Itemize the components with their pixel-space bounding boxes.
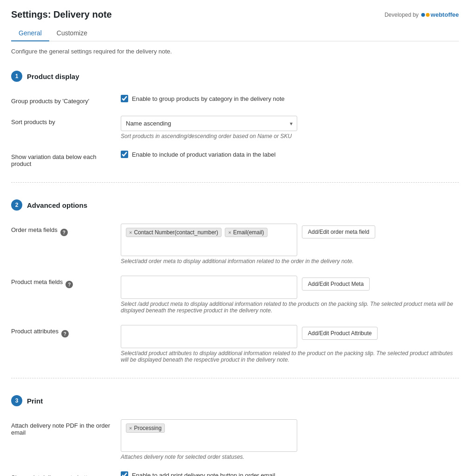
field-content-sort-products: Name ascending Name descending SKU ascen… bbox=[121, 116, 459, 139]
product-attributes-hint: Select/add product attributes to display… bbox=[121, 350, 459, 363]
section-1-header: 1 Product display bbox=[11, 63, 459, 82]
field-label-group-products: Group products by 'Category' bbox=[11, 95, 113, 105]
select-wrapper-sort: Name ascending Name descending SKU ascen… bbox=[121, 116, 297, 131]
field-show-variation: Show variation data below each product E… bbox=[11, 145, 459, 173]
add-edit-product-attribute-button[interactable]: Add/Edit Product Attribute bbox=[302, 327, 378, 340]
logo-dot-blue bbox=[421, 13, 425, 17]
tab-customize[interactable]: Customize bbox=[49, 26, 95, 41]
tab-general[interactable]: General bbox=[11, 26, 49, 41]
tag-processing[interactable]: × Processing bbox=[126, 423, 165, 433]
tag-remove-processing-icon[interactable]: × bbox=[129, 425, 132, 431]
logo-dot-orange bbox=[426, 13, 430, 17]
field-product-meta: Product meta fields ? Add/Edit Product M… bbox=[11, 270, 459, 319]
product-meta-with-button: Add/Edit Product Meta bbox=[121, 276, 459, 299]
field-group-products: Group products by 'Category' Enable to g… bbox=[11, 89, 459, 110]
checkbox-show-variation[interactable] bbox=[121, 151, 128, 158]
add-edit-order-meta-button[interactable]: Add/Edit order meta field bbox=[302, 225, 375, 238]
tag-remove-icon[interactable]: × bbox=[129, 230, 132, 235]
section-3-number: 3 bbox=[11, 395, 22, 406]
field-label-order-meta: Order meta fields ? bbox=[11, 224, 113, 236]
section-1-number: 1 bbox=[11, 71, 22, 82]
field-show-print-button: Show print delivery note button Enable t… bbox=[11, 466, 459, 476]
field-label-product-attributes: Product attributes ? bbox=[11, 325, 113, 337]
field-content-product-attributes: Add/Edit Product Attribute Select/add pr… bbox=[121, 325, 459, 363]
section-advanced-options: 2 Advanced options Order meta fields ? ×… bbox=[11, 192, 459, 369]
sort-hint: Sort products in ascending/descending or… bbox=[121, 133, 459, 139]
checkbox-show-print-button[interactable] bbox=[121, 471, 128, 476]
field-label-sort-products: Sort products by bbox=[11, 116, 113, 126]
section-2-title: Advanced options bbox=[27, 201, 87, 209]
tag-email[interactable]: × Email(email) bbox=[225, 228, 267, 237]
section-2-number: 2 bbox=[11, 199, 22, 211]
product-meta-hint: Select /add product meta to display addi… bbox=[121, 301, 459, 314]
select-sort-products[interactable]: Name ascending Name descending SKU ascen… bbox=[121, 116, 297, 131]
page-description: Configure the general settings required … bbox=[11, 48, 459, 55]
tabs-bar: General Customize bbox=[11, 26, 459, 41]
field-content-group-products: Enable to group products by category in … bbox=[121, 95, 459, 102]
field-content-show-variation: Enable to include of product variation d… bbox=[121, 151, 459, 158]
field-content-attach-delivery-note: × Processing Attaches delivery note for … bbox=[121, 419, 459, 460]
checkbox-group-products[interactable] bbox=[121, 95, 128, 102]
attach-delivery-tags-container[interactable]: × Processing bbox=[121, 419, 297, 452]
field-content-show-print-button: Enable to add print delivery note button… bbox=[121, 471, 459, 476]
developed-by-label: Developed by bbox=[385, 12, 418, 18]
checkbox-label-variation: Enable to include of product variation d… bbox=[132, 151, 275, 158]
attach-delivery-hint: Attaches delivery note for selected orde… bbox=[121, 454, 459, 460]
tag-remove-icon[interactable]: × bbox=[228, 230, 231, 235]
section-3-title: Print bbox=[27, 397, 43, 405]
page-title: Settings: Delivery note bbox=[11, 9, 112, 20]
help-icon-order-meta[interactable]: ? bbox=[60, 229, 68, 236]
field-order-meta: Order meta fields ? × Contact Number(con… bbox=[11, 218, 459, 270]
field-label-product-meta: Product meta fields ? bbox=[11, 276, 113, 288]
section-print: 3 Print Attach delivery note PDF in the … bbox=[11, 388, 459, 476]
help-icon-product-meta[interactable]: ? bbox=[65, 281, 73, 288]
divider-2 bbox=[11, 378, 459, 378]
header-row: Settings: Delivery note Developed by web… bbox=[11, 9, 459, 20]
product-attributes-tags-container[interactable] bbox=[121, 325, 297, 348]
add-edit-product-meta-button[interactable]: Add/Edit Product Meta bbox=[302, 278, 370, 291]
help-icon-product-attributes[interactable]: ? bbox=[61, 330, 69, 337]
field-sort-products: Sort products by Name ascending Name des… bbox=[11, 110, 459, 145]
checkbox-label-print-button: Enable to add print delivery note button… bbox=[132, 472, 275, 476]
field-product-attributes: Product attributes ? Add/Edit Product At… bbox=[11, 319, 459, 369]
field-content-product-meta: Add/Edit Product Meta Select /add produc… bbox=[121, 276, 459, 314]
order-meta-tags-container[interactable]: × Contact Number(contact_number) × Email… bbox=[121, 224, 297, 256]
field-content-order-meta: × Contact Number(contact_number) × Email… bbox=[121, 224, 459, 264]
section-1-title: Product display bbox=[27, 73, 79, 80]
section-2-header: 2 Advanced options bbox=[11, 192, 459, 211]
field-label-attach-delivery-note: Attach delivery note PDF in the order em… bbox=[11, 419, 113, 436]
field-label-show-print-button: Show print delivery note button bbox=[11, 471, 113, 476]
checkbox-label-group-products: Enable to group products by category in … bbox=[132, 95, 285, 102]
webtoffee-logo: webtoffee bbox=[421, 11, 459, 18]
checkbox-row-print-button: Enable to add print delivery note button… bbox=[121, 471, 459, 476]
order-meta-hint: Select/add order meta to display additio… bbox=[121, 258, 459, 264]
divider-1 bbox=[11, 182, 459, 183]
order-meta-with-button: × Contact Number(contact_number) × Email… bbox=[121, 224, 459, 256]
product-attributes-with-button: Add/Edit Product Attribute bbox=[121, 325, 459, 348]
tag-contact-number[interactable]: × Contact Number(contact_number) bbox=[126, 228, 222, 237]
checkbox-row-group-products: Enable to group products by category in … bbox=[121, 95, 459, 102]
section-3-header: 3 Print bbox=[11, 388, 459, 406]
webtoffee-text: webtoffee bbox=[431, 11, 459, 18]
developed-by: Developed by webtoffee bbox=[385, 11, 459, 18]
checkbox-row-variation: Enable to include of product variation d… bbox=[121, 151, 459, 158]
section-product-display: 1 Product display Group products by 'Cat… bbox=[11, 63, 459, 173]
product-meta-tags-container[interactable] bbox=[121, 276, 297, 299]
page-wrapper: Settings: Delivery note Developed by web… bbox=[0, 0, 470, 476]
field-label-show-variation: Show variation data below each product bbox=[11, 151, 113, 167]
field-attach-delivery-note: Attach delivery note PDF in the order em… bbox=[11, 414, 459, 466]
